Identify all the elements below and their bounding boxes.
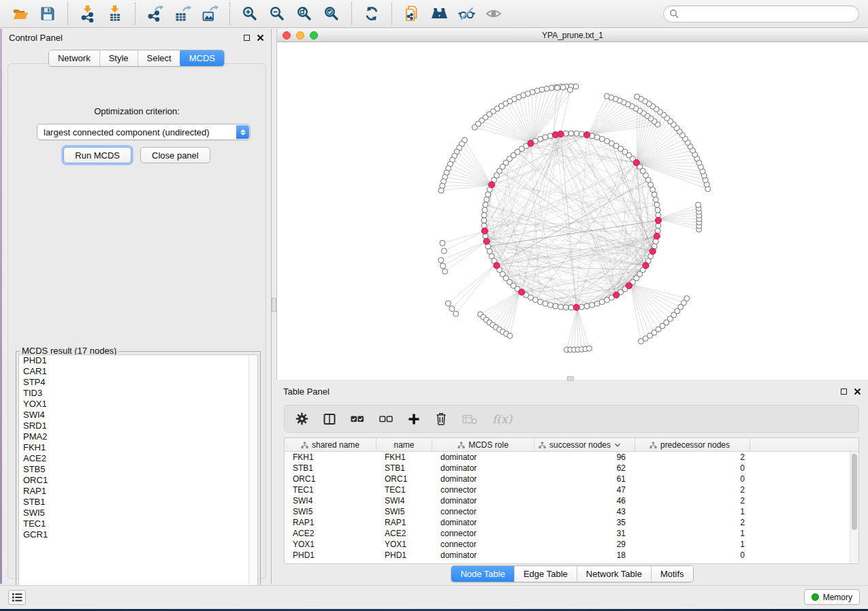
shared-column-tree-icon bbox=[301, 442, 308, 449]
first-neighbors-button[interactable] bbox=[425, 2, 453, 25]
import-table-button[interactable] bbox=[101, 2, 129, 25]
table-cell: dominator bbox=[432, 496, 534, 506]
table-cell: 31 bbox=[534, 529, 635, 538]
table-row[interactable]: SWI5SWI5connector431 bbox=[285, 506, 858, 517]
control-panel-tabs: NetworkStyleSelectMCDS bbox=[2, 50, 271, 67]
table-cell: ACE2 bbox=[285, 529, 376, 538]
table-row[interactable]: SWI4SWI4dominator462 bbox=[285, 495, 858, 506]
column-header-filler bbox=[750, 438, 858, 452]
hide-graphics-details-button[interactable] bbox=[453, 2, 480, 25]
table-tab-network-table[interactable]: Network Table bbox=[577, 566, 651, 582]
table-cell: 1 bbox=[635, 540, 750, 549]
table-row[interactable]: ACE2ACE2connector311 bbox=[285, 528, 858, 539]
show-view-button[interactable] bbox=[480, 2, 507, 25]
optimization-criterion-select[interactable]: largest connected component (undirected) bbox=[37, 124, 251, 140]
table-tab-edge-table[interactable]: Edge Table bbox=[514, 566, 577, 582]
export-image-button[interactable] bbox=[196, 2, 223, 25]
delete-column-button[interactable] bbox=[435, 412, 447, 425]
table-row[interactable]: PHD1PHD1dominator180 bbox=[285, 550, 858, 561]
column-header-successor-nodes[interactable]: successor nodes bbox=[534, 438, 635, 452]
open-session-button[interactable] bbox=[7, 2, 34, 25]
memory-status-icon bbox=[811, 593, 819, 601]
shared-column-tree-icon bbox=[649, 442, 657, 449]
zoom-selected-button[interactable] bbox=[318, 2, 345, 25]
export-table-icon bbox=[174, 5, 191, 22]
table-scrollbar[interactable] bbox=[850, 452, 858, 563]
table-cell: 1 bbox=[635, 529, 750, 538]
float-icon bbox=[841, 389, 847, 395]
tab-mcds[interactable]: MCDS bbox=[180, 50, 225, 67]
table-cell: 29 bbox=[534, 540, 635, 549]
table-cell: connector bbox=[432, 529, 534, 538]
show-columns-button[interactable] bbox=[323, 413, 336, 425]
column-header-MCDS-role[interactable]: MCDS role bbox=[432, 438, 534, 452]
table-cell: 2 bbox=[635, 452, 750, 462]
table-cell: 47 bbox=[534, 485, 635, 495]
table-toolbar: f(x) bbox=[284, 405, 859, 433]
table-tab-motifs[interactable]: Motifs bbox=[651, 566, 693, 582]
tab-style[interactable]: Style bbox=[99, 50, 138, 66]
table-cell: 0 bbox=[635, 474, 750, 484]
zoom-in-button[interactable] bbox=[236, 2, 263, 25]
table-cell: RAP1 bbox=[376, 518, 432, 527]
add-column-button[interactable] bbox=[408, 413, 420, 425]
table-row[interactable]: RAP1RAP1dominator352 bbox=[285, 517, 858, 528]
horizontal-splitter-handle[interactable] bbox=[567, 376, 574, 381]
close-panel-button[interactable] bbox=[257, 34, 264, 42]
zoom-out-button[interactable] bbox=[263, 2, 291, 25]
column-header-predecessor-nodes[interactable]: predecessor nodes bbox=[635, 438, 750, 452]
refresh-view-button[interactable] bbox=[358, 2, 385, 25]
run-mcds-button[interactable]: Run MCDS bbox=[63, 147, 131, 163]
export-network-button[interactable] bbox=[142, 2, 169, 25]
show-panels-menu-button[interactable] bbox=[8, 590, 26, 605]
table-cell: connector bbox=[432, 485, 534, 495]
shared-column-tree-icon bbox=[457, 442, 465, 449]
add-column-icon bbox=[408, 413, 420, 425]
close-table-panel-button[interactable] bbox=[854, 388, 861, 395]
network-view bbox=[277, 42, 868, 380]
table-tab-node-table[interactable]: Node Table bbox=[451, 565, 515, 582]
table-cell: TEC1 bbox=[285, 485, 376, 495]
export-table-button[interactable] bbox=[169, 2, 196, 25]
search-input[interactable] bbox=[679, 7, 858, 21]
float-panel-button[interactable] bbox=[244, 35, 250, 41]
table-cell: SWI4 bbox=[285, 496, 376, 506]
column-header-shared-name[interactable]: shared name bbox=[285, 438, 376, 452]
table-row[interactable]: YOX1YOX1connector291 bbox=[285, 539, 858, 550]
toolbar-separator bbox=[67, 3, 68, 24]
import-table-icon bbox=[106, 5, 124, 22]
table-cell: FKH1 bbox=[376, 452, 432, 462]
network-canvas[interactable] bbox=[277, 42, 868, 380]
table-panel: Table Panel bbox=[276, 382, 868, 584]
float-table-panel-button[interactable] bbox=[841, 389, 847, 395]
result-item: STB5 bbox=[19, 464, 257, 475]
table-row[interactable]: FKH1FKH1dominator962 bbox=[285, 452, 858, 463]
table-row[interactable]: ORC1ORC1dominator610 bbox=[285, 474, 858, 484]
table-row[interactable]: TEC1TEC1connector472 bbox=[285, 484, 858, 495]
close-panel-button-mcds[interactable]: Close panel bbox=[140, 147, 210, 163]
clear-selection-button[interactable] bbox=[379, 414, 393, 425]
zoom-in-icon bbox=[241, 5, 259, 22]
tab-network[interactable]: Network bbox=[49, 50, 99, 66]
table-settings-button[interactable] bbox=[295, 412, 308, 425]
mcds-result-list[interactable]: PHD1CAR1STP4TID3YOX1SWI4SRD1PMA2FKH1ACE2… bbox=[18, 354, 258, 600]
delete-table-button[interactable] bbox=[462, 414, 477, 425]
result-list-scrollbar[interactable] bbox=[248, 355, 257, 599]
vertical-splitter-handle[interactable] bbox=[272, 298, 276, 312]
tab-select[interactable]: Select bbox=[138, 50, 180, 66]
main-toolbar bbox=[0, 0, 868, 28]
table-scrollbar-thumb[interactable] bbox=[852, 454, 857, 530]
zoom-fit-button[interactable] bbox=[291, 2, 318, 25]
list-menu-icon bbox=[12, 593, 22, 602]
memory-button[interactable]: Memory bbox=[804, 589, 860, 605]
result-item: RAP1 bbox=[19, 486, 257, 497]
column-header-name[interactable]: name bbox=[376, 438, 432, 452]
import-network-button[interactable] bbox=[74, 2, 101, 25]
table-cell: ACE2 bbox=[376, 529, 432, 538]
save-session-button[interactable] bbox=[34, 2, 61, 25]
select-all-rows-button[interactable] bbox=[351, 414, 364, 425]
table-row[interactable]: STB1STB1dominator620 bbox=[285, 463, 858, 474]
function-builder-button[interactable]: f(x) bbox=[492, 412, 512, 426]
clone-network-button[interactable] bbox=[398, 2, 425, 25]
refresh-view-icon bbox=[363, 5, 381, 22]
